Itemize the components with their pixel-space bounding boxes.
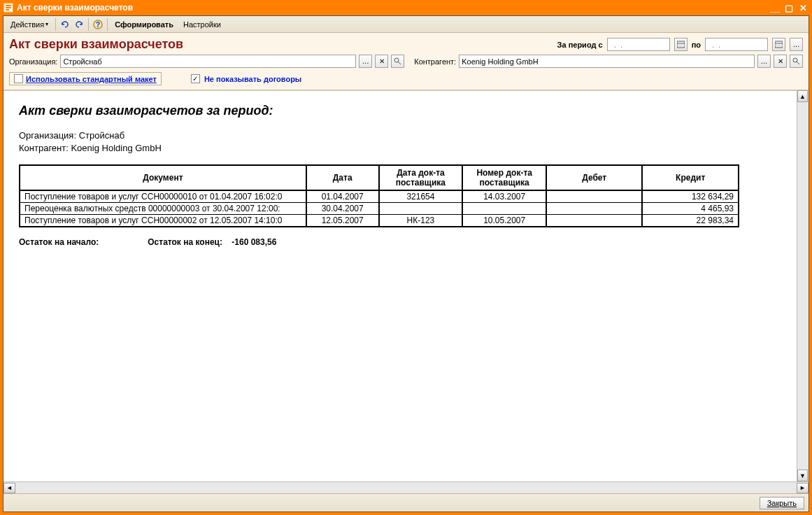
col-document: Документ: [20, 165, 306, 190]
cell-credit: 132 634,29: [642, 190, 739, 203]
report-meta: Организация: Стройснаб Контрагент: Koeni…: [19, 129, 793, 155]
svg-rect-3: [6, 9, 9, 10]
balances: Остаток на начало: Остаток на конец: -16…: [19, 237, 793, 247]
balance-end-label: Остаток на конец:: [148, 237, 222, 247]
cell-document: Поступление товаров и услуг ССН00000010 …: [20, 190, 306, 203]
hide-contracts-label: Не показывать договоры: [204, 75, 301, 83]
svg-rect-2: [6, 7, 11, 8]
report-area: Акт сверки взаиморасчетов за период: Орг…: [3, 90, 809, 481]
contr-input[interactable]: [459, 55, 755, 68]
org-search-icon[interactable]: [391, 55, 404, 68]
cell-sup-num: 14.03.2007: [462, 190, 546, 203]
cell-date: 12.05.2007: [306, 215, 379, 227]
actions-menu-label: Действия: [10, 20, 44, 29]
cell-date: 30.04.2007: [306, 203, 379, 215]
svg-line-17: [797, 62, 799, 64]
balance-end-value: -160 083,56: [232, 237, 276, 247]
std-layout-option: Использовать стандартный макет: [9, 72, 162, 85]
settings-button[interactable]: Настройки: [179, 19, 225, 30]
org-label: Организация:: [9, 57, 57, 66]
report-contr-label: Контрагент:: [19, 143, 69, 153]
horizontal-scrollbar[interactable]: ◄ ►: [3, 481, 809, 493]
balance-start-label: Остаток на начало:: [19, 237, 99, 247]
svg-text:?: ?: [96, 21, 100, 29]
contr-more-button[interactable]: …: [757, 55, 771, 68]
org-more-button[interactable]: …: [359, 55, 372, 68]
close-button[interactable]: Закрыть: [760, 497, 804, 509]
cell-credit: 4 465,93: [642, 203, 739, 215]
titlebar: Акт сверки взаиморасчетов __ ▢ ✕: [0, 0, 812, 15]
calendar-from-icon[interactable]: [674, 38, 688, 51]
table-header-row: Документ Дата Дата док-та поставщика Ном…: [20, 165, 739, 190]
close-window-button[interactable]: ✕: [797, 2, 809, 13]
contr-label: Контрагент:: [414, 57, 456, 66]
period-more-button[interactable]: …: [790, 38, 803, 51]
col-date: Дата: [306, 165, 379, 190]
refresh-icon[interactable]: [59, 18, 71, 31]
vertical-scrollbar[interactable]: ▲ ▼: [797, 90, 809, 481]
scroll-right-icon[interactable]: ►: [797, 483, 809, 493]
contr-search-icon[interactable]: [790, 55, 803, 68]
report-contr-value: Koenig Holding GmbH: [71, 143, 161, 153]
generate-button[interactable]: Сформировать: [111, 19, 178, 30]
app-icon: [3, 2, 14, 13]
col-debit: Дебет: [546, 165, 642, 190]
help-icon[interactable]: ?: [92, 18, 104, 31]
org-input[interactable]: [60, 55, 356, 68]
hide-contracts-checkbox[interactable]: ✓: [191, 74, 200, 83]
cell-debit: [546, 203, 642, 215]
maximize-button[interactable]: ▢: [783, 2, 795, 13]
report-wrap: Акт сверки взаиморасчетов за период: Орг…: [3, 90, 809, 481]
col-sup-doc-num: Номер док-та поставщика: [462, 165, 546, 190]
window: Акт сверки взаиморасчетов __ ▢ ✕ Действи…: [0, 0, 812, 515]
cell-sup-date: [379, 203, 463, 215]
report-org-label: Организация:: [19, 130, 76, 141]
org-clear-button[interactable]: ✕: [375, 55, 388, 68]
settings-label: Настройки: [183, 20, 221, 29]
calendar-to-icon[interactable]: [772, 38, 785, 51]
cell-debit: [546, 190, 642, 203]
report-org-value: Стройснаб: [79, 130, 124, 141]
page-title: Акт сверки взаиморасчетов: [9, 37, 183, 52]
date-from-input[interactable]: [607, 38, 670, 51]
cell-sup-num: [462, 203, 546, 215]
cell-sup-date: 321654: [379, 190, 463, 203]
cell-document: Переоценка валютных средств 00000000003 …: [20, 203, 306, 215]
filter-row: Организация: … ✕ Контрагент: … ✕: [3, 53, 809, 71]
col-sup-doc-date: Дата док-та поставщика: [379, 165, 463, 190]
cell-sup-num: 10.05.2007: [462, 215, 546, 227]
actions-menu[interactable]: Действия ▾: [6, 19, 52, 30]
scroll-up-icon[interactable]: ▲: [797, 90, 808, 102]
period-to-label: по: [692, 41, 701, 49]
cell-date: 01.04.2007: [306, 190, 379, 203]
table-row[interactable]: Переоценка валютных средств 00000000003 …: [20, 203, 739, 215]
svg-line-15: [398, 62, 401, 64]
period-from-label: За период с: [557, 41, 603, 49]
scroll-down-icon[interactable]: ▼: [797, 470, 808, 481]
report-content: Акт сверки взаиморасчетов за период: Орг…: [3, 91, 809, 260]
close-button-label: Закрыть: [767, 499, 797, 507]
footer: Закрыть: [3, 493, 809, 512]
scroll-left-icon[interactable]: ◄: [3, 483, 15, 493]
std-layout-checkbox[interactable]: [14, 74, 23, 83]
cell-sup-date: НК-123: [379, 215, 463, 227]
minimize-button[interactable]: __: [769, 2, 781, 13]
report-table: Документ Дата Дата док-та поставщика Ном…: [19, 164, 739, 227]
chevron-down-icon: ▾: [45, 21, 48, 27]
client-area: Действия ▾ ? Сформировать Настройки: [3, 15, 809, 512]
toolbar-separator: [88, 18, 89, 31]
header-row: Акт сверки взаиморасчетов За период с по…: [3, 33, 809, 53]
date-to-input[interactable]: [705, 38, 768, 51]
std-layout-label[interactable]: Использовать стандартный макет: [26, 75, 157, 83]
contr-clear-button[interactable]: ✕: [774, 55, 787, 68]
refresh-back-icon[interactable]: [73, 18, 85, 31]
window-title: Акт сверки взаиморасчетов: [17, 3, 133, 13]
options-row: Использовать стандартный макет ✓ Не пока…: [3, 71, 809, 90]
generate-label: Сформировать: [115, 20, 173, 29]
table-row[interactable]: Поступление товаров и услуг ССН00000010 …: [20, 190, 739, 203]
svg-rect-1: [6, 5, 11, 6]
toolbar-separator: [107, 18, 108, 31]
table-row[interactable]: Поступление товаров и услуг ССН00000002 …: [20, 215, 739, 227]
cell-document: Поступление товаров и услуг ССН00000002 …: [20, 215, 306, 227]
cell-debit: [546, 215, 642, 227]
